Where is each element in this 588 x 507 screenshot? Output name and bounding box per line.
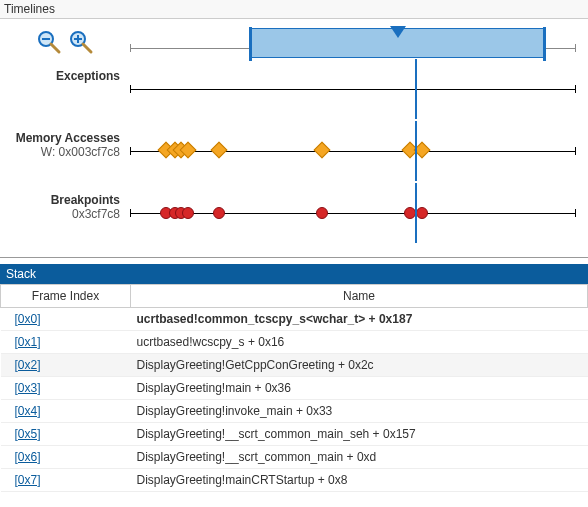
frame-name: DisplayGreeting!__scrt_common_main_seh +… xyxy=(131,423,588,446)
frame-index-link[interactable]: [0x0] xyxy=(15,312,41,326)
frame-index-link[interactable]: [0x7] xyxy=(15,473,41,487)
frame-index-link[interactable]: [0x1] xyxy=(15,335,41,349)
svg-line-1 xyxy=(51,44,59,52)
table-row[interactable]: [0x1]ucrtbased!wcscpy_s + 0x16 xyxy=(1,331,588,354)
track-row: Breakpoints0x3cf7c8 xyxy=(0,187,588,249)
track-area[interactable] xyxy=(130,131,576,171)
table-row[interactable]: [0x5]DisplayGreeting!__scrt_common_main_… xyxy=(1,423,588,446)
frame-name: ucrtbased!common_tcscpy_s<wchar_t> + 0x1… xyxy=(131,308,588,331)
col-frame-index[interactable]: Frame Index xyxy=(1,285,131,308)
overview-timeline[interactable] xyxy=(130,28,576,58)
frame-name: DisplayGreeting!invoke_main + 0x33 xyxy=(131,400,588,423)
table-row[interactable]: [0x2]DisplayGreeting!GetCppConGreeting +… xyxy=(1,354,588,377)
overview-marker[interactable] xyxy=(390,26,406,41)
timeline-cursor[interactable] xyxy=(415,183,417,243)
track-row: Exceptions xyxy=(0,63,588,125)
breakpoint-marker[interactable] xyxy=(404,207,416,219)
track-title: Breakpoints xyxy=(0,193,120,207)
track-subtitle: 0x3cf7c8 xyxy=(0,207,120,221)
memory-access-marker[interactable] xyxy=(313,142,330,159)
breakpoint-marker[interactable] xyxy=(213,207,225,219)
timeline-cursor[interactable] xyxy=(415,59,417,119)
frame-index-link[interactable]: [0x5] xyxy=(15,427,41,441)
frame-index-link[interactable]: [0x3] xyxy=(15,381,41,395)
zoom-in-icon[interactable] xyxy=(68,29,94,58)
table-row[interactable]: [0x0]ucrtbased!common_tcscpy_s<wchar_t> … xyxy=(1,308,588,331)
track-row: Memory AccessesW: 0x003cf7c8 xyxy=(0,125,588,187)
breakpoint-marker[interactable] xyxy=(316,207,328,219)
track-title: Memory Accesses xyxy=(0,131,120,145)
frame-index-link[interactable]: [0x4] xyxy=(15,404,41,418)
table-row[interactable]: [0x6]DisplayGreeting!__scrt_common_main … xyxy=(1,446,588,469)
frame-name: ucrtbased!wcscpy_s + 0x16 xyxy=(131,331,588,354)
svg-line-4 xyxy=(83,44,91,52)
frame-name: DisplayGreeting!__scrt_common_main + 0xd xyxy=(131,446,588,469)
svg-marker-7 xyxy=(390,26,406,38)
stack-title: Stack xyxy=(0,264,588,284)
zoom-out-icon[interactable] xyxy=(36,29,62,58)
timelines-title: Timelines xyxy=(0,0,588,19)
frame-index-link[interactable]: [0x6] xyxy=(15,450,41,464)
timeline-cursor[interactable] xyxy=(415,121,417,181)
timelines-body: ExceptionsMemory AccessesW: 0x003cf7c8Br… xyxy=(0,19,588,258)
track-label: Breakpoints0x3cf7c8 xyxy=(0,193,130,221)
track-label: Memory AccessesW: 0x003cf7c8 xyxy=(0,131,130,159)
stack-table: Frame Index Name [0x0]ucrtbased!common_t… xyxy=(0,284,588,492)
range-handle-right[interactable] xyxy=(543,27,546,61)
frame-name: DisplayGreeting!GetCppConGreeting + 0x2c xyxy=(131,354,588,377)
zoom-row xyxy=(0,23,588,63)
col-name[interactable]: Name xyxy=(131,285,588,308)
breakpoint-marker[interactable] xyxy=(182,207,194,219)
frame-name: DisplayGreeting!main + 0x36 xyxy=(131,377,588,400)
track-area[interactable] xyxy=(130,69,576,109)
table-row[interactable]: [0x7]DisplayGreeting!mainCRTStartup + 0x… xyxy=(1,469,588,492)
track-subtitle: W: 0x003cf7c8 xyxy=(0,145,120,159)
track-area[interactable] xyxy=(130,193,576,233)
track-label: Exceptions xyxy=(0,69,130,83)
range-handle-left[interactable] xyxy=(249,27,252,61)
memory-access-marker[interactable] xyxy=(211,142,228,159)
table-row[interactable]: [0x3]DisplayGreeting!main + 0x36 xyxy=(1,377,588,400)
frame-index-link[interactable]: [0x2] xyxy=(15,358,41,372)
breakpoint-marker[interactable] xyxy=(416,207,428,219)
frame-name: DisplayGreeting!mainCRTStartup + 0x8 xyxy=(131,469,588,492)
table-row[interactable]: [0x4]DisplayGreeting!invoke_main + 0x33 xyxy=(1,400,588,423)
track-title: Exceptions xyxy=(0,69,120,83)
